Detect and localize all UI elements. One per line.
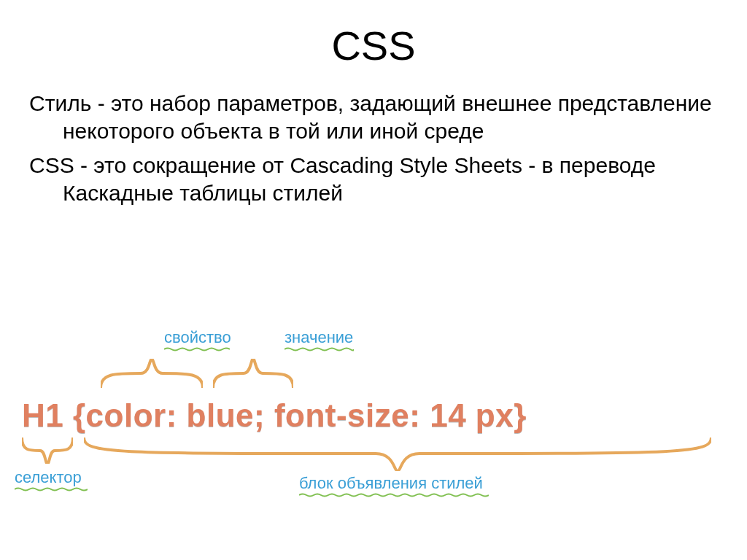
code-value: blue	[187, 397, 254, 433]
block-label: блок объявления стилей	[299, 474, 483, 493]
css-code-line: H1 {color: blue; font-size: 14 px}	[22, 397, 725, 441]
code-rest: font-size: 14 px	[274, 397, 514, 433]
squiggle-icon	[299, 493, 489, 496]
brace-top-value	[213, 359, 293, 391]
slide-title: CSS	[0, 22, 747, 69]
brace-top-property	[101, 359, 203, 391]
code-semicolon: ;	[254, 397, 274, 433]
paragraph: Стиль - это набор параметров, задающий в…	[29, 90, 718, 144]
slide-body: Стиль - это набор параметров, задающий в…	[0, 90, 747, 206]
css-syntax-diagram: свойство значение H1 {color: blue; font-…	[22, 328, 725, 518]
value-label: значение	[285, 328, 353, 347]
code-selector: H1	[22, 397, 73, 433]
code-property: color:	[86, 397, 187, 433]
squiggle-icon	[285, 347, 354, 350]
code-brace-open: {	[73, 397, 86, 433]
paragraph: CSS - это сокращение от Cascading Style …	[29, 152, 718, 206]
brace-bottom-block	[84, 438, 711, 474]
brace-bottom-selector	[22, 438, 73, 467]
slide: CSS Стиль - это набор параметров, задающ…	[0, 22, 747, 560]
squiggle-icon	[15, 487, 88, 490]
code-brace-close: }	[514, 397, 527, 433]
squiggle-icon	[164, 347, 230, 350]
selector-label: селектор	[15, 468, 82, 487]
property-label: свойство	[164, 328, 231, 347]
